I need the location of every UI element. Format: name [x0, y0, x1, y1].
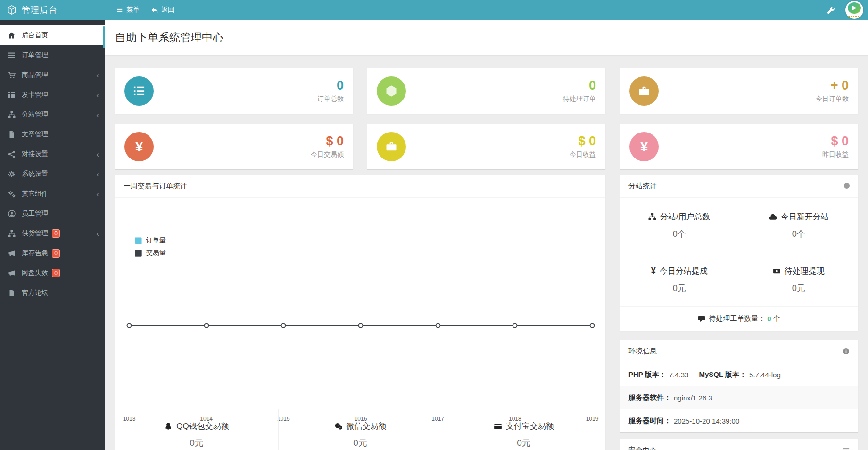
user-circle-icon: [8, 210, 16, 217]
sidebar-item-label: 员工管理: [22, 209, 48, 218]
stat-value: + 0: [816, 78, 849, 92]
info-circle-icon[interactable]: [843, 348, 850, 355]
env-panel-title: 环境信息: [628, 347, 657, 356]
bullhorn-icon: [8, 269, 16, 277]
stat-value: 0: [563, 78, 596, 92]
chevron-left-icon: ‹: [96, 230, 99, 238]
qq-penguin-icon: [164, 422, 173, 431]
sidebar: 后台首页 订单管理 商品管理 ‹ 发卡管理 ‹ 分站管理 ‹ 文章管理 对接设置: [0, 20, 105, 450]
settings-wrench-button[interactable]: [827, 6, 835, 14]
server-software-label: 服务器软件：: [628, 393, 671, 402]
status-dot-icon[interactable]: [844, 183, 850, 189]
brand-link[interactable]: 管理后台: [0, 0, 105, 20]
chart-panel-title: 一周交易与订单统计: [124, 182, 187, 191]
stat-card-total-orders: 0 订单总数: [115, 68, 353, 114]
stat-label: 今日订单数: [816, 95, 849, 103]
sidebar-item-stock-alert[interactable]: 库存告急 0: [0, 243, 105, 263]
substation-cell-label: 待处理提现: [739, 266, 859, 276]
yen-icon: ¥: [651, 266, 656, 276]
sidebar-item-orders[interactable]: 订单管理: [0, 45, 105, 65]
sidebar-item-suppliers[interactable]: 供货管理 0 ‹: [0, 224, 105, 243]
substation-panel-title: 分站统计: [628, 182, 657, 191]
wrench-icon: [827, 6, 835, 14]
logo-caption-decoration: [848, 16, 860, 17]
pending-tickets-unit: 个: [773, 314, 780, 323]
security-panel-header: 安全中心: [620, 439, 858, 450]
sidebar-item-integrations[interactable]: 对接设置 ‹: [0, 144, 105, 164]
sidebar-item-home[interactable]: 后台首页: [0, 25, 105, 45]
sitemap-icon: [8, 230, 16, 237]
chevron-left-icon: ‹: [96, 71, 99, 79]
sidebar-item-official-forum[interactable]: 官方论坛: [0, 283, 105, 303]
stat-label: 今日收益: [570, 150, 596, 159]
hexagon-icon: [377, 76, 406, 106]
pending-tickets-label: 待处理工单数量：: [709, 314, 765, 323]
payment-label: 支付宝交易额: [442, 421, 605, 432]
bars-icon: [116, 7, 123, 13]
stat-value: $ 0: [311, 134, 344, 148]
server-time-value: 2025-10-20 14:39:00: [674, 417, 739, 425]
payment-stat-alipay: 支付宝交易额 0元: [442, 409, 605, 450]
sidebar-item-label: 供货管理: [22, 229, 48, 238]
stat-card-yesterday-profit: ¥ $ 0 昨日收益: [620, 124, 858, 169]
legend-swatch-icon: [135, 237, 142, 244]
sidebar-item-products[interactable]: 商品管理 ‹: [0, 65, 105, 85]
env-row-server: 服务器软件： nginx/1.26.3: [620, 386, 858, 409]
sidebar-item-label: 分站管理: [22, 110, 48, 119]
sidebar-item-articles[interactable]: 文章管理: [0, 125, 105, 144]
sidebar-item-cards[interactable]: 发卡管理 ‹: [0, 85, 105, 105]
brand-title: 管理后台: [22, 4, 58, 16]
list-icon: [8, 51, 16, 59]
bullhorn-icon: [8, 250, 16, 257]
topbar-right: [827, 1, 863, 19]
payment-value: 0元: [442, 437, 605, 449]
legend-item-orders[interactable]: 订单量: [135, 234, 166, 247]
sidebar-item-staff[interactable]: 员工管理: [0, 204, 105, 224]
env-row-versions: PHP 版本： 7.4.33 MySQL 版本： 5.7.44-log: [620, 363, 858, 386]
sidebar-item-label: 系统设置: [22, 170, 48, 178]
environment-info-panel: 环境信息 PHP 版本： 7.4.33 MySQL 版本： 5.7.44-log…: [620, 340, 858, 432]
mysql-version-value: 5.7.44-log: [749, 371, 781, 379]
stat-card-pending-orders: 0 待处理订单: [367, 68, 605, 114]
stat-label: 订单总数: [317, 95, 344, 103]
mysql-version-label: MySQL 版本：: [699, 370, 746, 379]
corner-app-logo[interactable]: [845, 1, 863, 19]
chevron-left-icon: ‹: [96, 150, 99, 158]
stat-card-today-profit: $ 0 今日收益: [367, 124, 605, 169]
substation-cell-label: 分站/用户总数: [620, 211, 739, 222]
list-icon: [843, 447, 850, 450]
payment-label-text: QQ钱包交易额: [176, 421, 229, 432]
stat-label: 待处理订单: [563, 95, 596, 103]
substation-label-text: 今日分站提成: [660, 266, 708, 276]
substation-label-text: 待处理提现: [785, 266, 825, 276]
substation-cell-commission: ¥ 今日分站提成 0元: [620, 252, 739, 306]
sidebar-item-system-settings[interactable]: 系统设置 ‹: [0, 164, 105, 184]
sidebar-item-substations[interactable]: 分站管理 ‹: [0, 105, 105, 125]
sidebar-item-label: 商品管理: [22, 71, 48, 79]
app-root: 管理后台 菜单 返回 后台首页 订单管理: [0, 0, 868, 450]
back-button[interactable]: 返回: [151, 6, 174, 14]
sidebar-item-netdisk-invalid[interactable]: 网盘失效 0: [0, 263, 105, 283]
sidebar-item-label: 网盘失效: [22, 269, 48, 277]
sidebar-item-label: 官方论坛: [22, 289, 48, 297]
sitemap-icon: [648, 213, 656, 221]
substation-cell-value: 0个: [739, 228, 859, 240]
chevron-left-icon: ‹: [96, 190, 99, 198]
sidebar-item-other-components[interactable]: 其它组件 ‹: [0, 184, 105, 204]
sidebar-scrollbar-thumb[interactable]: [103, 26, 105, 48]
menu-toggle-button[interactable]: 菜单: [116, 6, 140, 14]
weekly-chart-panel: 一周交易与订单统计 订单量 交易量: [115, 175, 605, 450]
payment-label-text: 微信交易额: [347, 421, 387, 432]
chart-panel-header: 一周交易与订单统计: [115, 175, 605, 198]
stat-text: 0 订单总数: [317, 78, 344, 103]
sidebar-item-label: 对接设置: [22, 150, 48, 158]
security-panel-title: 安全中心: [628, 446, 657, 450]
substation-cell-value: 0个: [620, 228, 739, 240]
data-point-marker: [127, 323, 132, 328]
stat-card-today-volume: ¥ $ 0 今日交易额: [115, 124, 353, 169]
payment-stats-row: QQ钱包交易额 0元 微信交易额 0元 支付宝交易额 0元: [115, 409, 605, 450]
sidebar-item-label: 发卡管理: [22, 91, 48, 99]
php-version-value: 7.4.33: [669, 371, 689, 379]
legend-item-volume[interactable]: 交易量: [135, 247, 166, 259]
legend-swatch-icon: [135, 250, 142, 257]
